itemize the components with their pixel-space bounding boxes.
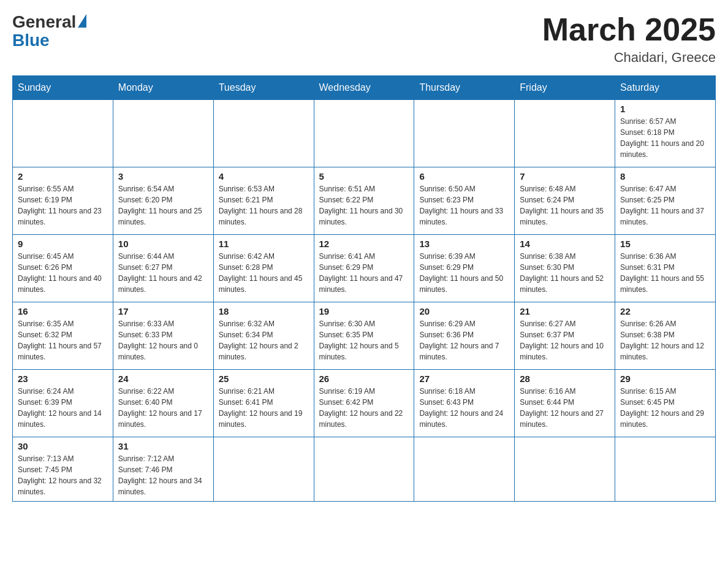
day-number: 27 xyxy=(419,373,509,384)
page-header: General Blue March 2025 Chaidari, Greece xyxy=(12,12,716,66)
day-number: 11 xyxy=(219,239,309,249)
day-number: 8 xyxy=(620,171,710,182)
day-info: Sunrise: 7:12 AMSunset: 7:46 PMDaylight:… xyxy=(118,453,208,497)
day-number: 23 xyxy=(18,373,108,384)
day-number: 28 xyxy=(520,373,610,384)
day-info: Sunrise: 6:47 AMSunset: 6:25 PMDaylight:… xyxy=(620,183,710,228)
calendar-cell xyxy=(515,437,615,502)
calendar-cell: 20Sunrise: 6:29 AMSunset: 6:36 PMDayligh… xyxy=(414,302,515,370)
day-number: 4 xyxy=(219,171,309,182)
day-info: Sunrise: 6:53 AMSunset: 6:21 PMDaylight:… xyxy=(219,183,309,228)
calendar-cell xyxy=(113,100,213,167)
calendar-table: SundayMondayTuesdayWednesdayThursdayFrid… xyxy=(12,75,716,502)
day-info: Sunrise: 6:29 AMSunset: 6:36 PMDaylight:… xyxy=(419,318,509,362)
calendar-cell: 27Sunrise: 6:18 AMSunset: 6:43 PMDayligh… xyxy=(414,370,515,437)
column-header-friday: Friday xyxy=(515,76,615,100)
calendar-cell: 5Sunrise: 6:51 AMSunset: 6:22 PMDaylight… xyxy=(314,167,414,235)
day-info: Sunrise: 6:45 AMSunset: 6:26 PMDaylight:… xyxy=(18,251,108,295)
day-number: 5 xyxy=(319,171,409,182)
day-number: 29 xyxy=(620,373,710,384)
day-info: Sunrise: 6:33 AMSunset: 6:33 PMDaylight:… xyxy=(118,318,208,362)
day-info: Sunrise: 7:13 AMSunset: 7:45 PMDaylight:… xyxy=(18,453,108,497)
day-number: 16 xyxy=(18,306,108,316)
calendar-cell: 9Sunrise: 6:45 AMSunset: 6:26 PMDaylight… xyxy=(13,235,113,302)
calendar-cell: 23Sunrise: 6:24 AMSunset: 6:39 PMDayligh… xyxy=(13,370,113,437)
day-info: Sunrise: 6:36 AMSunset: 6:31 PMDaylight:… xyxy=(620,251,710,295)
column-header-monday: Monday xyxy=(113,76,213,100)
calendar-cell: 10Sunrise: 6:44 AMSunset: 6:27 PMDayligh… xyxy=(113,235,213,302)
day-number: 30 xyxy=(18,441,108,451)
day-info: Sunrise: 6:32 AMSunset: 6:34 PMDaylight:… xyxy=(219,318,309,362)
calendar-cell: 12Sunrise: 6:41 AMSunset: 6:29 PMDayligh… xyxy=(314,235,414,302)
calendar-cell xyxy=(13,100,113,167)
calendar-cell: 31Sunrise: 7:12 AMSunset: 7:46 PMDayligh… xyxy=(113,437,213,502)
day-info: Sunrise: 6:27 AMSunset: 6:37 PMDaylight:… xyxy=(520,318,610,362)
calendar-week-row: 16Sunrise: 6:35 AMSunset: 6:32 PMDayligh… xyxy=(13,302,716,370)
day-info: Sunrise: 6:18 AMSunset: 6:43 PMDaylight:… xyxy=(419,386,509,430)
calendar-cell xyxy=(213,437,314,502)
calendar-cell: 1Sunrise: 6:57 AMSunset: 6:18 PMDaylight… xyxy=(615,100,716,167)
day-info: Sunrise: 6:51 AMSunset: 6:22 PMDaylight:… xyxy=(319,183,409,228)
day-info: Sunrise: 6:26 AMSunset: 6:38 PMDaylight:… xyxy=(620,318,710,362)
calendar-cell: 22Sunrise: 6:26 AMSunset: 6:38 PMDayligh… xyxy=(615,302,716,370)
day-number: 25 xyxy=(219,373,309,384)
calendar-cell: 25Sunrise: 6:21 AMSunset: 6:41 PMDayligh… xyxy=(213,370,314,437)
calendar-cell: 21Sunrise: 6:27 AMSunset: 6:37 PMDayligh… xyxy=(515,302,615,370)
day-number: 20 xyxy=(419,306,509,316)
calendar-cell xyxy=(615,437,716,502)
calendar-cell: 13Sunrise: 6:39 AMSunset: 6:29 PMDayligh… xyxy=(414,235,515,302)
calendar-title: March 2025 xyxy=(542,12,716,47)
calendar-cell: 6Sunrise: 6:50 AMSunset: 6:23 PMDaylight… xyxy=(414,167,515,235)
column-header-thursday: Thursday xyxy=(414,76,515,100)
calendar-header-row: SundayMondayTuesdayWednesdayThursdayFrid… xyxy=(13,76,716,100)
calendar-cell: 17Sunrise: 6:33 AMSunset: 6:33 PMDayligh… xyxy=(113,302,213,370)
calendar-week-row: 1Sunrise: 6:57 AMSunset: 6:18 PMDaylight… xyxy=(13,100,716,167)
calendar-cell: 3Sunrise: 6:54 AMSunset: 6:20 PMDaylight… xyxy=(113,167,213,235)
calendar-cell: 19Sunrise: 6:30 AMSunset: 6:35 PMDayligh… xyxy=(314,302,414,370)
calendar-cell xyxy=(314,437,414,502)
day-number: 13 xyxy=(419,239,509,249)
calendar-cell: 7Sunrise: 6:48 AMSunset: 6:24 PMDaylight… xyxy=(515,167,615,235)
day-info: Sunrise: 6:57 AMSunset: 6:18 PMDaylight:… xyxy=(620,116,710,160)
day-info: Sunrise: 6:38 AMSunset: 6:30 PMDaylight:… xyxy=(520,251,610,295)
day-info: Sunrise: 6:24 AMSunset: 6:39 PMDaylight:… xyxy=(18,386,108,430)
day-info: Sunrise: 6:41 AMSunset: 6:29 PMDaylight:… xyxy=(319,251,409,295)
calendar-cell: 14Sunrise: 6:38 AMSunset: 6:30 PMDayligh… xyxy=(515,235,615,302)
calendar-cell: 28Sunrise: 6:16 AMSunset: 6:44 PMDayligh… xyxy=(515,370,615,437)
calendar-cell: 26Sunrise: 6:19 AMSunset: 6:42 PMDayligh… xyxy=(314,370,414,437)
day-number: 26 xyxy=(319,373,409,384)
day-info: Sunrise: 6:50 AMSunset: 6:23 PMDaylight:… xyxy=(419,183,509,228)
column-header-wednesday: Wednesday xyxy=(314,76,414,100)
day-info: Sunrise: 6:22 AMSunset: 6:40 PMDaylight:… xyxy=(118,386,208,430)
title-block: March 2025 Chaidari, Greece xyxy=(542,12,716,66)
day-info: Sunrise: 6:35 AMSunset: 6:32 PMDaylight:… xyxy=(18,318,108,362)
day-info: Sunrise: 6:30 AMSunset: 6:35 PMDaylight:… xyxy=(319,318,409,362)
day-info: Sunrise: 6:48 AMSunset: 6:24 PMDaylight:… xyxy=(520,183,610,228)
calendar-cell xyxy=(414,437,515,502)
day-number: 12 xyxy=(319,239,409,249)
day-number: 15 xyxy=(620,239,710,249)
calendar-week-row: 2Sunrise: 6:55 AMSunset: 6:19 PMDaylight… xyxy=(13,167,716,235)
calendar-cell: 16Sunrise: 6:35 AMSunset: 6:32 PMDayligh… xyxy=(13,302,113,370)
day-number: 2 xyxy=(18,171,108,182)
column-header-saturday: Saturday xyxy=(615,76,716,100)
calendar-cell xyxy=(314,100,414,167)
day-info: Sunrise: 6:15 AMSunset: 6:45 PMDaylight:… xyxy=(620,386,710,430)
calendar-cell: 18Sunrise: 6:32 AMSunset: 6:34 PMDayligh… xyxy=(213,302,314,370)
calendar-location: Chaidari, Greece xyxy=(542,50,716,66)
calendar-cell: 15Sunrise: 6:36 AMSunset: 6:31 PMDayligh… xyxy=(615,235,716,302)
day-number: 18 xyxy=(219,306,309,316)
day-number: 17 xyxy=(118,306,208,316)
day-number: 1 xyxy=(620,104,710,114)
calendar-week-row: 23Sunrise: 6:24 AMSunset: 6:39 PMDayligh… xyxy=(13,370,716,437)
calendar-cell: 4Sunrise: 6:53 AMSunset: 6:21 PMDaylight… xyxy=(213,167,314,235)
day-info: Sunrise: 6:54 AMSunset: 6:20 PMDaylight:… xyxy=(118,183,208,228)
logo-blue-text: Blue xyxy=(12,31,86,50)
logo: General Blue xyxy=(12,12,86,50)
logo-triangle-icon xyxy=(78,14,86,28)
day-info: Sunrise: 6:16 AMSunset: 6:44 PMDaylight:… xyxy=(520,386,610,430)
calendar-cell: 24Sunrise: 6:22 AMSunset: 6:40 PMDayligh… xyxy=(113,370,213,437)
calendar-cell: 30Sunrise: 7:13 AMSunset: 7:45 PMDayligh… xyxy=(13,437,113,502)
day-number: 10 xyxy=(118,239,208,249)
calendar-cell: 11Sunrise: 6:42 AMSunset: 6:28 PMDayligh… xyxy=(213,235,314,302)
